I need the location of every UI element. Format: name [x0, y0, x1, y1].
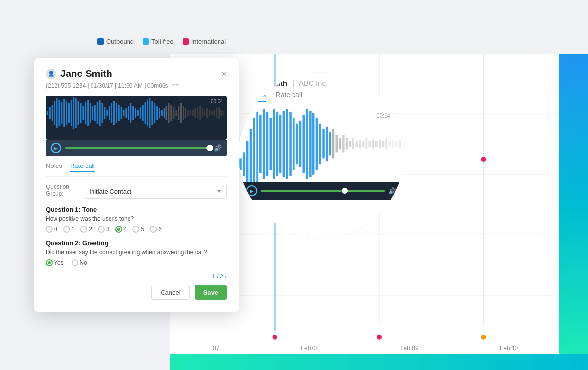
svg-rect-18: [56, 98, 58, 128]
svg-point-13: [481, 335, 486, 340]
radio-circle-3: [98, 226, 105, 233]
rating-1[interactable]: 1: [63, 226, 75, 233]
close-button[interactable]: ×: [221, 70, 227, 78]
svg-rect-14: [47, 111, 48, 115]
rating-0[interactable]: 0: [46, 226, 57, 233]
svg-rect-128: [368, 141, 371, 147]
svg-rect-44: [118, 105, 120, 121]
dialog-header: 👤 Jane Smith ×: [46, 68, 227, 79]
svg-rect-29: [82, 106, 84, 120]
svg-rect-21: [63, 99, 65, 127]
date-label-1: Feb 08: [301, 345, 319, 352]
rating-label-6: 6: [158, 226, 162, 233]
svg-rect-105: [293, 118, 295, 170]
svg-rect-38: [104, 107, 105, 119]
svg-rect-133: [385, 138, 387, 150]
svg-rect-109: [306, 109, 308, 179]
bubble-waveform: 00:14: [239, 106, 404, 182]
radio-circle-6: [150, 226, 157, 233]
svg-rect-85: [216, 108, 217, 118]
svg-rect-84: [214, 110, 215, 116]
date-label-0: :07: [211, 345, 220, 352]
question2-group: Question 2: Greeting Did the user say th…: [46, 240, 227, 266]
svg-rect-129: [372, 140, 374, 148]
radio-circle-5: [132, 226, 139, 233]
progress-bar[interactable]: [65, 147, 210, 149]
svg-rect-53: [140, 107, 141, 119]
svg-rect-52: [137, 110, 139, 116]
svg-rect-114: [322, 130, 325, 159]
svg-rect-79: [202, 108, 203, 118]
tab-rate-call[interactable]: Rate call: [70, 162, 95, 172]
rating-label-3: 3: [106, 226, 110, 233]
question-group-label: Question Group:: [46, 184, 79, 197]
svg-rect-56: [147, 100, 148, 126]
svg-rect-65: [168, 103, 170, 123]
svg-text:00:14: 00:14: [376, 112, 390, 119]
svg-rect-27: [78, 101, 79, 125]
svg-rect-110: [309, 111, 312, 177]
save-button[interactable]: Save: [195, 285, 227, 300]
svg-rect-108: [302, 115, 305, 173]
question-group-form: Question Group: Initiate Contact: [46, 184, 227, 199]
play-button[interactable]: ▶: [51, 143, 61, 153]
svg-rect-73: [187, 110, 189, 116]
bubble-company-name: ABC Inc.: [299, 79, 328, 87]
svg-rect-113: [319, 124, 321, 164]
svg-rect-117: [332, 130, 335, 159]
svg-rect-69: [178, 106, 179, 120]
bubble-progress-bar[interactable]: [261, 190, 385, 192]
legend-item-outbound: Outbound: [97, 38, 134, 45]
waveform-svg: [46, 96, 227, 130]
svg-rect-30: [85, 102, 86, 124]
svg-point-9: [481, 157, 486, 162]
rating-3[interactable]: 3: [98, 226, 110, 233]
rating-6[interactable]: 6: [150, 226, 162, 233]
question-group-select[interactable]: Initiate Contact: [84, 185, 227, 199]
cancel-button[interactable]: Cancel: [151, 285, 189, 300]
svg-rect-122: [349, 141, 351, 147]
svg-rect-37: [102, 103, 103, 123]
meta-info: (212) 555-1234 | 01/30/17 | 11:50 AM | 0…: [46, 82, 168, 89]
svg-rect-123: [352, 138, 354, 150]
svg-rect-22: [66, 101, 67, 125]
svg-rect-34: [94, 105, 96, 121]
radio-circle-no: [72, 259, 78, 266]
svg-rect-15: [49, 107, 51, 119]
volume-icon[interactable]: 🔊: [214, 144, 222, 152]
svg-rect-80: [204, 110, 205, 116]
rating-2[interactable]: 2: [80, 226, 92, 233]
svg-rect-32: [90, 103, 91, 123]
next-page-arrow[interactable]: ›: [225, 273, 227, 280]
svg-rect-74: [190, 111, 191, 115]
svg-rect-72: [185, 108, 186, 118]
svg-rect-126: [362, 141, 365, 147]
svg-rect-76: [194, 108, 196, 118]
svg-rect-107: [299, 121, 302, 167]
svg-rect-103: [286, 109, 288, 179]
svg-rect-125: [359, 140, 361, 148]
svg-rect-68: [175, 110, 177, 116]
bubble-tab-rate-call[interactable]: Rate call: [276, 91, 302, 102]
option-yes[interactable]: Yes: [46, 259, 64, 266]
rating-4[interactable]: 4: [115, 226, 127, 233]
svg-rect-64: [166, 106, 167, 120]
svg-rect-92: [250, 130, 252, 182]
svg-rect-104: [289, 112, 292, 176]
svg-rect-42: [113, 101, 115, 125]
option-no[interactable]: No: [72, 259, 87, 266]
svg-rect-58: [151, 101, 153, 125]
svg-rect-41: [111, 103, 112, 123]
rating-label-1: 1: [72, 226, 75, 233]
svg-rect-24: [71, 100, 72, 126]
date-label-3: Feb 10: [500, 345, 518, 352]
question2-text: Did the user say the correct greeting wh…: [46, 249, 227, 256]
tab-notes[interactable]: Notes: [46, 162, 62, 172]
chart-legend: Outbound Toll free International: [97, 38, 226, 45]
rating-5[interactable]: 5: [132, 226, 144, 233]
legend-dot-outbound: [97, 38, 104, 45]
radio-circle-4: [115, 226, 122, 233]
svg-rect-127: [366, 138, 368, 150]
radio-circle-0: [46, 226, 53, 233]
legend-label-outbound: Outbound: [106, 38, 134, 45]
